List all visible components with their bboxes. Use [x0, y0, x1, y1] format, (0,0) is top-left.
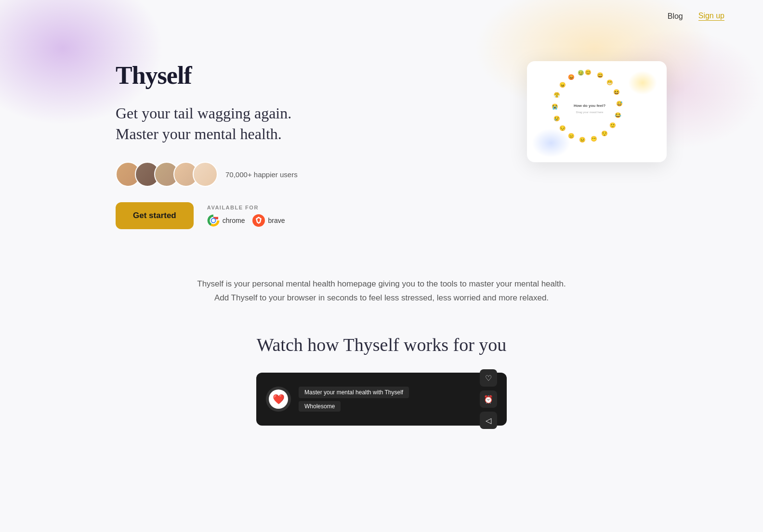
svg-text:😢: 😢 [553, 115, 560, 122]
tagline-line1: Get your tail wagging again. [116, 104, 291, 122]
chrome-browser-item: chrome [207, 214, 245, 227]
hero-tagline: Get your tail wagging again. Master your… [116, 103, 298, 144]
clock-icon-button[interactable]: ⏰ [480, 390, 497, 408]
svg-text:😭: 😭 [552, 103, 558, 110]
svg-text:😡: 😡 [568, 74, 575, 80]
get-started-button[interactable]: Get started [116, 202, 194, 229]
tagline-line2: Master your mental health. [116, 125, 282, 143]
video-preview[interactable]: ❤️ Master your mental health with Thysel… [256, 373, 507, 426]
brand-logo: Thyself [116, 61, 298, 90]
cta-row: Get started AVAILABLE FOR [116, 202, 298, 229]
svg-text:🤢: 🤢 [578, 69, 584, 76]
video-tags: Master your mental health with Thyself W… [299, 387, 409, 412]
svg-text:😑: 😑 [568, 132, 575, 139]
avatar [193, 162, 218, 187]
chrome-label: chrome [223, 217, 245, 224]
svg-text:Drag your mood here: Drag your mood here [576, 111, 604, 114]
share-icon-button[interactable]: ◁ [480, 412, 497, 429]
app-screenshot: 😊 😄 😁 😆 😅 😂 🙂 😌 😶 😐 😑 😔 😢 😭 😤 😠 [527, 61, 667, 162]
available-label: AVAILABLE FOR [207, 205, 285, 210]
svg-text:😅: 😅 [616, 100, 623, 107]
svg-text:🙂: 🙂 [609, 122, 616, 129]
svg-text:How do you feel?: How do you feel? [574, 104, 605, 108]
browser-icons: chrome brave [207, 214, 285, 227]
avatar-group [116, 162, 218, 187]
social-proof: 70,000+ happier users [116, 162, 298, 187]
svg-text:😤: 😤 [553, 91, 560, 98]
video-label-tag: Wholesome [299, 401, 341, 412]
user-count-label: 70,000+ happier users [225, 170, 298, 179]
watch-section: Watch how Thyself works for you ❤️ Maste… [0, 334, 763, 426]
hero-right: 😊 😄 😁 😆 😅 😂 🙂 😌 😶 😐 😑 😔 😢 😭 😤 😠 [527, 61, 667, 162]
svg-text:😔: 😔 [559, 125, 566, 131]
heart-button[interactable]: ❤️ [269, 389, 288, 409]
emoji-ring-svg: 😊 😄 😁 😆 😅 😂 🙂 😌 😶 😐 😑 😔 😢 😭 😤 😠 [549, 68, 631, 150]
svg-text:😶: 😶 [591, 135, 597, 142]
navigation: Blog Sign up [0, 0, 763, 32]
svg-point-3 [211, 219, 215, 222]
chrome-icon [207, 214, 220, 227]
svg-text:😌: 😌 [601, 130, 608, 137]
video-title-tag: Master your mental health with Thyself [299, 387, 409, 398]
hero-section: Thyself Get your tail wagging again. Mas… [0, 32, 763, 268]
nav-signup-link[interactable]: Sign up [698, 12, 724, 21]
svg-text:😠: 😠 [559, 81, 566, 88]
svg-text:😆: 😆 [613, 89, 620, 95]
svg-text:😄: 😄 [597, 72, 604, 78]
video-avatar: ❤️ [266, 387, 291, 412]
description-section: Thyself is your personal mental health h… [0, 268, 763, 334]
emoji-ring-container: 😊 😄 😁 😆 😅 😂 🙂 😌 😶 😐 😑 😔 😢 😭 😤 😠 [549, 68, 645, 155]
like-icon-button[interactable]: ♡ [480, 369, 497, 387]
svg-text:😂: 😂 [615, 112, 621, 118]
nav-blog-link[interactable]: Blog [668, 12, 683, 21]
description-text: Thyself is your personal mental health h… [193, 277, 570, 305]
available-for: AVAILABLE FOR chrome [207, 205, 285, 227]
brave-browser-item: brave [252, 214, 285, 227]
brave-label: brave [268, 217, 285, 224]
brave-icon [252, 214, 265, 227]
watch-title: Watch how Thyself works for you [96, 334, 667, 355]
svg-text:😐: 😐 [579, 136, 586, 143]
svg-text:😊: 😊 [585, 69, 592, 76]
video-right: ♡ ⏰ ◁ [480, 369, 497, 429]
svg-text:😁: 😁 [606, 79, 613, 86]
hero-left: Thyself Get your tail wagging again. Mas… [116, 61, 298, 229]
video-left: ❤️ Master your mental health with Thysel… [266, 387, 409, 412]
